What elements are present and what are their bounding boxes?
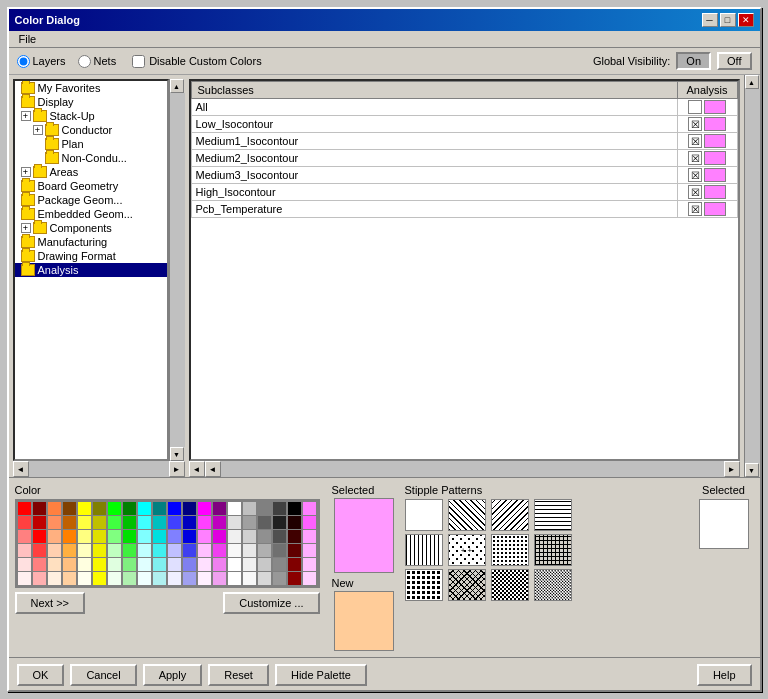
tree-plan[interactable]: Plan bbox=[15, 137, 167, 151]
palette-color[interactable] bbox=[258, 502, 271, 515]
analysis-checkbox[interactable]: ☒ bbox=[688, 117, 702, 131]
tree-conductor[interactable]: + Conductor bbox=[15, 123, 167, 137]
customize-button[interactable]: Customize ... bbox=[223, 592, 319, 614]
palette-color[interactable] bbox=[273, 544, 286, 557]
palette-color[interactable] bbox=[18, 502, 31, 515]
palette-color[interactable] bbox=[63, 558, 76, 571]
palette-color[interactable] bbox=[228, 558, 241, 571]
palette-color[interactable] bbox=[258, 572, 271, 585]
palette-color[interactable] bbox=[243, 572, 256, 585]
visibility-off-button[interactable]: Off bbox=[717, 52, 751, 70]
palette-color[interactable] bbox=[93, 572, 106, 585]
palette-color[interactable] bbox=[213, 572, 226, 585]
stipple-dots-dense1[interactable] bbox=[405, 569, 443, 601]
stipple-dots-sparse[interactable]: + + bbox=[448, 534, 486, 566]
palette-color[interactable] bbox=[108, 516, 121, 529]
help-button[interactable]: Help bbox=[697, 664, 752, 686]
tree-drawing-format[interactable]: Drawing Format bbox=[15, 249, 167, 263]
palette-color[interactable] bbox=[78, 516, 91, 529]
palette-color[interactable] bbox=[153, 544, 166, 557]
palette-color[interactable] bbox=[228, 516, 241, 529]
stipple-cross[interactable] bbox=[534, 534, 572, 566]
analysis-checkbox[interactable]: ☒ bbox=[688, 185, 702, 199]
palette-color[interactable] bbox=[183, 502, 196, 515]
analysis-color-swatch[interactable] bbox=[704, 117, 726, 131]
analysis-color-swatch[interactable] bbox=[704, 185, 726, 199]
palette-color[interactable] bbox=[198, 516, 211, 529]
stipple-checkerboard[interactable] bbox=[491, 569, 529, 601]
palette-color[interactable] bbox=[243, 558, 256, 571]
close-button[interactable]: ✕ bbox=[738, 13, 754, 27]
palette-color[interactable] bbox=[258, 558, 271, 571]
right-vscroll-up-btn[interactable]: ▲ bbox=[745, 75, 759, 89]
palette-color[interactable] bbox=[18, 572, 31, 585]
palette-color[interactable] bbox=[123, 530, 136, 543]
palette-color[interactable] bbox=[303, 530, 316, 543]
palette-color[interactable] bbox=[108, 572, 121, 585]
palette-color[interactable] bbox=[198, 558, 211, 571]
apply-button[interactable]: Apply bbox=[143, 664, 203, 686]
next-button[interactable]: Next >> bbox=[15, 592, 86, 614]
analysis-color-swatch[interactable] bbox=[704, 100, 726, 114]
palette-color[interactable] bbox=[183, 530, 196, 543]
tree-non-conductor[interactable]: Non-Condu... bbox=[15, 151, 167, 165]
analysis-color-swatch[interactable] bbox=[704, 168, 726, 182]
palette-color[interactable] bbox=[138, 544, 151, 557]
palette-color[interactable] bbox=[198, 530, 211, 543]
palette-color[interactable] bbox=[78, 544, 91, 557]
palette-color[interactable] bbox=[138, 516, 151, 529]
palette-color[interactable] bbox=[93, 502, 106, 515]
palette-color[interactable] bbox=[93, 530, 106, 543]
palette-color[interactable] bbox=[183, 572, 196, 585]
palette-color[interactable] bbox=[198, 572, 211, 585]
palette-color[interactable] bbox=[168, 530, 181, 543]
analysis-color-swatch[interactable] bbox=[704, 151, 726, 165]
palette-color[interactable] bbox=[48, 558, 61, 571]
tree-display[interactable]: Display bbox=[15, 95, 167, 109]
expand-btn[interactable]: + bbox=[21, 223, 31, 233]
palette-color[interactable] bbox=[63, 572, 76, 585]
palette-color[interactable] bbox=[123, 544, 136, 557]
stipple-diag2[interactable] bbox=[491, 499, 529, 531]
palette-color[interactable] bbox=[243, 544, 256, 557]
palette-color[interactable] bbox=[78, 558, 91, 571]
minimize-button[interactable]: ─ bbox=[702, 13, 718, 27]
palette-color[interactable] bbox=[273, 572, 286, 585]
palette-color[interactable] bbox=[168, 572, 181, 585]
palette-color[interactable] bbox=[93, 516, 106, 529]
palette-color[interactable] bbox=[48, 530, 61, 543]
palette-color[interactable] bbox=[93, 544, 106, 557]
palette-color[interactable] bbox=[183, 544, 196, 557]
palette-color[interactable] bbox=[78, 502, 91, 515]
palette-color[interactable] bbox=[288, 502, 301, 515]
tree-manufacturing[interactable]: Manufacturing bbox=[15, 235, 167, 249]
menu-file[interactable]: File bbox=[13, 32, 43, 46]
palette-color[interactable] bbox=[303, 502, 316, 515]
palette-color[interactable] bbox=[153, 502, 166, 515]
tree-embedded-geom[interactable]: Embedded Geom... bbox=[15, 207, 167, 221]
palette-color[interactable] bbox=[303, 558, 316, 571]
palette-color[interactable] bbox=[213, 530, 226, 543]
palette-color[interactable] bbox=[243, 502, 256, 515]
right-scroll-left-btn[interactable]: ◄ bbox=[189, 461, 205, 477]
palette-color[interactable] bbox=[228, 544, 241, 557]
analysis-checkbox[interactable]: ☒ bbox=[688, 151, 702, 165]
stipple-triangle[interactable] bbox=[448, 569, 486, 601]
table-row[interactable]: Medium1_Isocontour☒ bbox=[191, 133, 737, 150]
palette-color[interactable] bbox=[288, 558, 301, 571]
palette-color[interactable] bbox=[198, 502, 211, 515]
palette-color[interactable] bbox=[288, 544, 301, 557]
palette-color[interactable] bbox=[273, 502, 286, 515]
selected-color-swatch[interactable] bbox=[334, 498, 394, 573]
palette-color[interactable] bbox=[18, 558, 31, 571]
palette-color[interactable] bbox=[168, 502, 181, 515]
palette-color[interactable] bbox=[228, 530, 241, 543]
analysis-checkbox[interactable]: ☒ bbox=[688, 202, 702, 216]
palette-color[interactable] bbox=[63, 530, 76, 543]
palette-color[interactable] bbox=[258, 516, 271, 529]
expand-btn[interactable]: + bbox=[33, 125, 43, 135]
tree-package-geom[interactable]: Package Geom... bbox=[15, 193, 167, 207]
palette-color[interactable] bbox=[123, 502, 136, 515]
tree-hscroll-track[interactable] bbox=[29, 461, 169, 477]
vscroll-track[interactable] bbox=[170, 93, 185, 447]
